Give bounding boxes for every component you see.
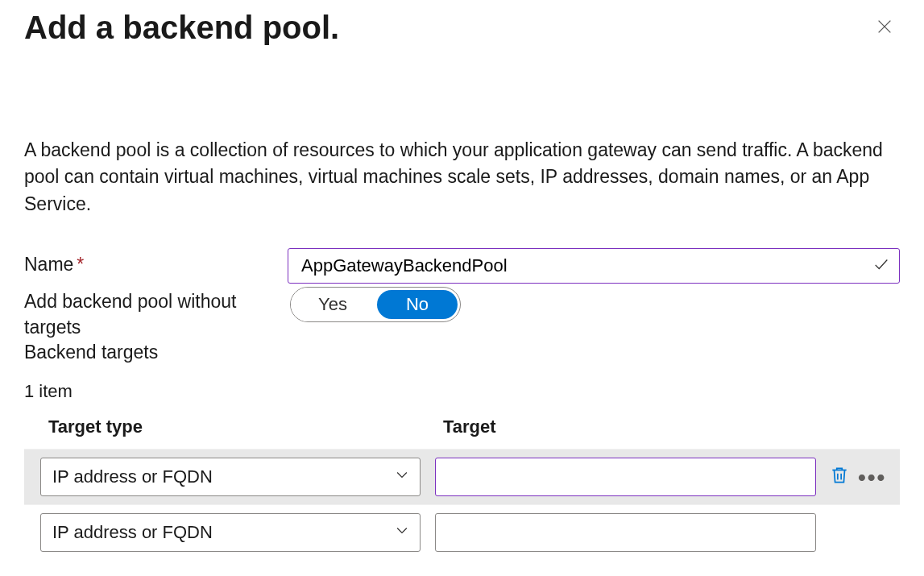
- item-count: 1 item: [24, 381, 900, 402]
- close-icon: [876, 16, 893, 41]
- target-type-value: IP address or FQDN: [52, 466, 213, 487]
- table-row: IP address or FQDN: [24, 504, 900, 560]
- toggle-yes[interactable]: Yes: [291, 288, 375, 321]
- target-type-value: IP address or FQDN: [52, 522, 213, 543]
- more-icon: •••: [858, 473, 886, 482]
- without-targets-label: Add backend pool without targets: [24, 291, 236, 338]
- name-label: Name: [24, 254, 73, 275]
- target-type-select[interactable]: IP address or FQDN: [40, 458, 421, 496]
- targets-table: Target type Target IP address or FQDN: [24, 413, 900, 560]
- name-input[interactable]: [288, 248, 900, 284]
- chevron-down-icon: [394, 466, 410, 487]
- chevron-down-icon: [394, 522, 410, 543]
- close-button[interactable]: [869, 13, 900, 44]
- target-type-select[interactable]: IP address or FQDN: [40, 513, 421, 552]
- description-text: A backend pool is a collection of resour…: [24, 137, 898, 218]
- trash-icon: [829, 465, 850, 489]
- target-input[interactable]: [435, 458, 816, 496]
- without-targets-toggle[interactable]: Yes No: [290, 287, 461, 322]
- column-header-type: Target type: [48, 416, 443, 437]
- more-actions-button[interactable]: •••: [858, 473, 886, 482]
- target-input[interactable]: [435, 513, 816, 552]
- check-icon: [872, 255, 890, 276]
- backend-targets-label: Backend targets: [24, 342, 900, 363]
- page-title: Add a backend pool.: [24, 6, 339, 48]
- delete-row-button[interactable]: [829, 465, 850, 489]
- toggle-no[interactable]: No: [377, 290, 458, 319]
- column-header-target: Target: [443, 416, 900, 437]
- required-indicator: *: [77, 254, 84, 275]
- table-row: IP address or FQDN: [24, 449, 900, 504]
